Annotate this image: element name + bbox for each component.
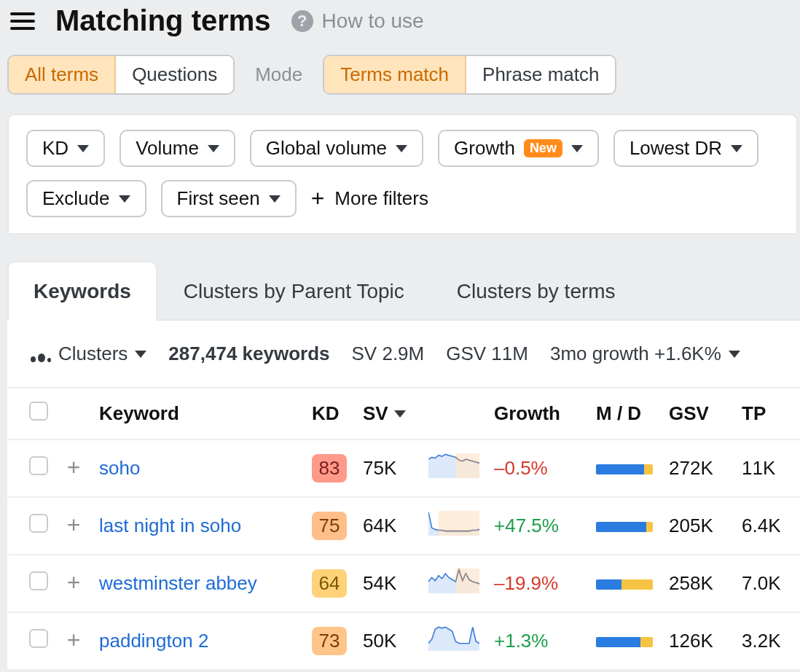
- chevron-down-icon: [208, 145, 219, 152]
- row-checkbox[interactable]: [29, 456, 48, 475]
- filter-global-volume-label: Global volume: [266, 137, 387, 160]
- stats-bar: Clusters 287,474 keywords SV 2.9M GSV 11…: [7, 321, 800, 387]
- growth-toggle[interactable]: 3mo growth +1.6K%: [550, 343, 740, 365]
- kd-badge: 75: [312, 512, 347, 540]
- filter-exclude-label: Exclude: [42, 187, 110, 210]
- col-md[interactable]: M / D: [589, 388, 662, 439]
- col-keyword[interactable]: Keyword: [92, 388, 305, 439]
- col-kd[interactable]: KD: [305, 388, 356, 439]
- stat-gsv: GSV 11M: [446, 343, 528, 365]
- row-checkbox[interactable]: [29, 514, 48, 533]
- expand-button[interactable]: +: [63, 629, 85, 651]
- chevron-down-icon: [77, 145, 89, 152]
- mode-label: Mode: [255, 63, 302, 86]
- kd-badge: 83: [312, 454, 347, 482]
- select-all-checkbox[interactable]: [29, 402, 48, 421]
- mode-segmented: Terms match Phrase match: [323, 55, 616, 95]
- keyword-link[interactable]: westminster abbey: [99, 572, 257, 594]
- cell-sv: 54K: [356, 555, 421, 612]
- help-icon: ?: [291, 10, 313, 32]
- clusters-toggle-label: Clusters: [58, 343, 128, 365]
- filter-lowest-dr[interactable]: Lowest DR: [613, 130, 758, 167]
- keyword-link[interactable]: last night in soho: [99, 515, 241, 536]
- tab-phrase-match[interactable]: Phrase match: [466, 56, 615, 93]
- tab-questions[interactable]: Questions: [116, 56, 233, 93]
- header: Matching terms ? How to use: [0, 0, 800, 55]
- filter-growth-label: Growth: [454, 137, 515, 160]
- keyword-link[interactable]: soho: [99, 457, 140, 479]
- filter-volume[interactable]: Volume: [119, 130, 235, 167]
- chevron-down-icon: [119, 195, 130, 203]
- more-filters-label: More filters: [334, 187, 428, 210]
- more-filters-button[interactable]: + More filters: [311, 185, 428, 212]
- svg-rect-1: [455, 453, 479, 478]
- col-growth[interactable]: Growth: [487, 388, 589, 439]
- col-gsv[interactable]: GSV: [662, 388, 734, 439]
- filter-kd[interactable]: KD: [26, 130, 105, 167]
- cell-trend: [421, 555, 487, 612]
- cell-trend: [421, 439, 487, 497]
- stat-sv: SV 2.9M: [352, 343, 425, 365]
- keyword-link[interactable]: paddington 2: [99, 630, 208, 652]
- cell-growth: +47.5%: [487, 497, 589, 555]
- sort-desc-icon: [394, 410, 406, 418]
- chevron-down-icon: [135, 351, 146, 358]
- cell-md: [589, 439, 662, 497]
- terms-segmented: All terms Questions: [7, 55, 235, 95]
- row-checkbox[interactable]: [29, 571, 48, 590]
- filter-first-seen-label: First seen: [177, 187, 260, 210]
- new-badge: New: [524, 139, 562, 157]
- col-tp[interactable]: TP: [734, 388, 800, 439]
- how-to-use-label: How to use: [322, 9, 424, 33]
- chevron-down-icon: [396, 145, 407, 152]
- how-to-use-link[interactable]: ? How to use: [291, 9, 424, 33]
- row-checkbox[interactable]: [29, 629, 48, 648]
- svg-rect-3: [439, 511, 479, 536]
- svg-rect-5: [455, 569, 479, 593]
- chevron-down-icon: [729, 351, 740, 358]
- table-row: + paddington 2 73 50K +1.3% 126K 3.2K: [7, 612, 800, 670]
- keywords-table: Keyword KD SV Growth M / D GSV TP: [7, 387, 800, 671]
- cell-tp: 6.4K: [734, 497, 800, 555]
- tab-clusters-terms[interactable]: Clusters by terms: [431, 261, 642, 321]
- cell-tp: 3.2K: [734, 612, 800, 670]
- cell-md: [589, 612, 662, 670]
- view-tabs: Keywords Clusters by Parent Topic Cluste…: [0, 235, 800, 321]
- table-header: Keyword KD SV Growth M / D GSV TP: [7, 388, 800, 439]
- content: Clusters 287,474 keywords SV 2.9M GSV 11…: [7, 319, 800, 671]
- filter-panel: KD Volume Global volume Growth New Lowes…: [7, 114, 798, 235]
- cell-trend: [421, 497, 487, 555]
- filter-growth[interactable]: Growth New: [438, 130, 599, 167]
- filter-first-seen[interactable]: First seen: [161, 180, 297, 217]
- expand-button[interactable]: +: [63, 514, 85, 536]
- col-sv[interactable]: SV: [356, 388, 421, 439]
- cell-tp: 7.0K: [734, 555, 800, 612]
- tab-keywords[interactable]: Keywords: [7, 261, 157, 321]
- segmented-row: All terms Questions Mode Terms match Phr…: [0, 55, 800, 114]
- cell-sv: 64K: [356, 497, 421, 555]
- cell-growth: –19.9%: [487, 555, 589, 612]
- cell-growth: –0.5%: [487, 439, 589, 497]
- tab-terms-match[interactable]: Terms match: [324, 56, 466, 93]
- keyword-count: 287,474 keywords: [168, 343, 329, 365]
- expand-button[interactable]: +: [63, 456, 85, 478]
- expand-button[interactable]: +: [63, 571, 85, 593]
- clusters-toggle[interactable]: Clusters: [31, 343, 146, 365]
- cell-gsv: 126K: [662, 612, 734, 670]
- cell-md: [589, 555, 662, 612]
- cell-sv: 50K: [356, 612, 421, 670]
- clusters-icon: [31, 346, 51, 362]
- filter-global-volume[interactable]: Global volume: [250, 130, 423, 167]
- stat-growth: 3mo growth +1.6K%: [550, 343, 721, 365]
- chevron-down-icon: [269, 195, 281, 203]
- filter-exclude[interactable]: Exclude: [26, 180, 146, 217]
- filter-volume-label: Volume: [136, 137, 199, 160]
- chevron-down-icon: [571, 145, 583, 152]
- chevron-down-icon: [731, 145, 742, 152]
- cell-gsv: 272K: [662, 439, 734, 497]
- filter-lowest-dr-label: Lowest DR: [630, 137, 722, 160]
- hamburger-icon[interactable]: [10, 11, 35, 31]
- tab-clusters-parent[interactable]: Clusters by Parent Topic: [157, 261, 431, 321]
- cell-tp: 11K: [734, 439, 800, 497]
- tab-all-terms[interactable]: All terms: [9, 56, 116, 93]
